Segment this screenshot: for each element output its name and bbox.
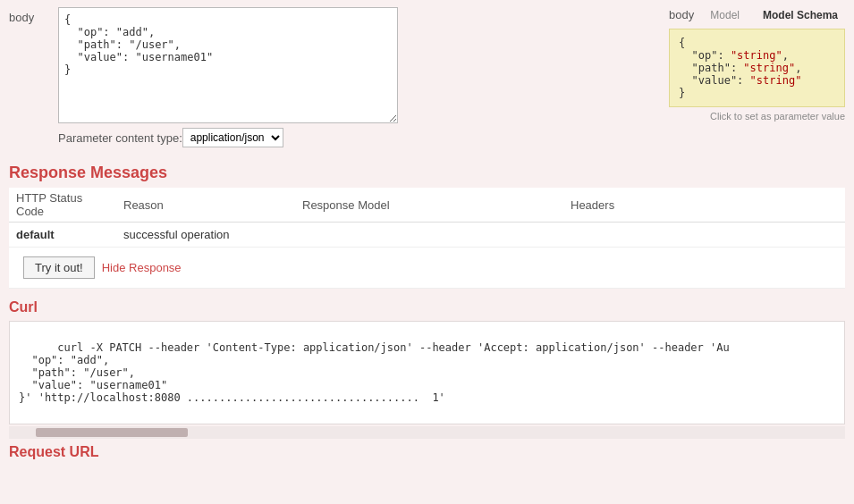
response-table: HTTP Status Code Reason Response Model H… [9, 188, 845, 289]
response-model-cell [295, 223, 563, 248]
curl-section: Curl curl -X PATCH --header 'Content-Typ… [0, 294, 854, 439]
col-header-model: Response Model [295, 188, 563, 223]
status-code-cell: default [9, 223, 116, 248]
param-content-select[interactable]: application/json text/plain application/… [182, 128, 283, 147]
response-messages-section: Response Messages HTTP Status Code Reaso… [0, 158, 854, 289]
param-content-label: Parameter content type: [58, 131, 182, 145]
hide-response-link[interactable]: Hide Response [102, 261, 182, 274]
col-header-status: HTTP Status Code [9, 188, 116, 223]
try-it-out-button[interactable]: Try it out! [23, 256, 95, 279]
actions-row: Try it out! Hide Response [9, 248, 845, 289]
schema-body-label: body [669, 8, 694, 21]
schema-content: { "op": "string", "path": "string", "val… [679, 37, 801, 99]
request-url-title: Request URL [9, 444, 845, 460]
click-hint: Click to set as parameter value [669, 111, 845, 122]
body-section: body Parameter content type: application… [0, 0, 854, 158]
scrollbar-thumb[interactable] [36, 428, 188, 437]
response-table-header-row: HTTP Status Code Reason Response Model H… [9, 188, 845, 223]
table-row: default successful operation [9, 223, 845, 248]
schema-panel: body Model Model Schema { "op": "string"… [669, 7, 845, 149]
curl-title: Curl [9, 299, 845, 315]
headers-cell [563, 223, 845, 248]
curl-box: curl -X PATCH --header 'Content-Type: ap… [9, 321, 845, 424]
request-url-section: Request URL [0, 439, 854, 460]
status-default-badge: default [16, 228, 55, 241]
col-header-headers: Headers [563, 188, 845, 223]
param-content-row: Parameter content type: application/json… [58, 126, 398, 149]
actions-container: Try it out! Hide Response [16, 253, 838, 282]
actions-cell: Try it out! Hide Response [9, 248, 845, 289]
reason-cell: successful operation [116, 223, 295, 248]
tab-model[interactable]: Model [703, 7, 747, 23]
body-label: body [9, 7, 40, 149]
schema-box[interactable]: { "op": "string", "path": "string", "val… [669, 29, 845, 107]
col-header-reason: Reason [116, 188, 295, 223]
tab-model-schema[interactable]: Model Schema [756, 7, 845, 23]
curl-content: curl -X PATCH --header 'Content-Type: ap… [19, 341, 730, 404]
body-textarea-wrapper: Parameter content type: application/json… [58, 7, 398, 149]
body-textarea[interactable] [58, 7, 398, 123]
response-messages-title: Response Messages [9, 164, 845, 182]
page-wrapper: body Parameter content type: application… [0, 0, 854, 504]
curl-scrollbar[interactable] [9, 426, 845, 439]
